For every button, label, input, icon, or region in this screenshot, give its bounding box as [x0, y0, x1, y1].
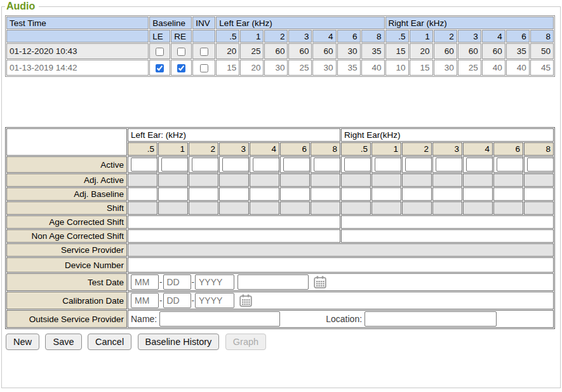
readonly-cell [341, 201, 371, 215]
readonly-cell [189, 173, 218, 187]
calendar-icon[interactable] [314, 276, 326, 288]
calibration-date-yyyy-input[interactable] [195, 293, 234, 308]
calendar-icon[interactable] [239, 294, 252, 307]
freq-header: 2 [402, 142, 432, 156]
graph-button: Graph [225, 334, 266, 350]
entry-ear-header-row: Left Ear: (kHz) Right Ear(kHz) [6, 128, 554, 142]
outside-provider-location-input[interactable] [365, 311, 497, 327]
test-date-label: Test Date [6, 273, 127, 291]
inv-checkbox[interactable] [200, 64, 208, 72]
active-input[interactable] [283, 158, 310, 172]
outside-provider-name-input[interactable] [159, 311, 280, 327]
readonly-cell [432, 201, 462, 215]
device-number-label: Device Number [6, 257, 127, 273]
freq-header: 3 [219, 142, 249, 156]
history-header-row: Test Time Baseline INV Left Ear (kHz) Ri… [6, 17, 554, 29]
baseline-re-checkbox[interactable] [177, 64, 185, 72]
right-ear-value: 35 [506, 43, 530, 59]
left-ear-value: 25 [240, 43, 264, 59]
readonly-cell [158, 173, 188, 187]
adj-active-row: Adj. Active [6, 173, 554, 187]
empty-cell [402, 187, 432, 201]
non-age-corrected-shift-label: Non Age Corrected Shift [6, 229, 127, 243]
left-ear-value: 20 [216, 43, 239, 59]
name-label: Name: [131, 314, 157, 324]
inv-checkbox[interactable] [200, 48, 208, 56]
readonly-cell [524, 201, 554, 215]
active-input[interactable] [375, 158, 401, 172]
baseline-le-checkbox[interactable] [156, 64, 164, 72]
active-input[interactable] [314, 158, 340, 172]
active-input[interactable] [344, 158, 371, 172]
left-ear-value: 30 [337, 43, 361, 59]
test-date-row: Test Date -- [6, 273, 554, 291]
outside-service-provider-label: Outside Service Provider [6, 310, 127, 328]
right-ear-value: 15 [410, 60, 433, 76]
right-ear-value: 30 [434, 60, 457, 76]
history-subheader-row: LE RE .5 1 2 3 4 6 8 .5 1 2 3 4 6 8 [6, 30, 554, 43]
age-corrected-shift-row: Age Corrected Shift [6, 215, 554, 229]
outside-service-provider-row: Outside Service Provider Name:Location: [6, 310, 554, 328]
readonly-cell [280, 173, 310, 187]
freq-header: .5 [128, 142, 157, 156]
active-input[interactable] [253, 158, 279, 172]
freq-header: 3 [288, 30, 312, 43]
empty-cell [128, 187, 157, 201]
test-date-yyyy-input[interactable] [195, 274, 234, 290]
freq-header: 4 [312, 30, 336, 43]
non-age-corrected-shift-row: Non Age Corrected Shift [6, 229, 554, 243]
cancel-button[interactable]: Cancel [88, 334, 131, 350]
left-ear-value: 30 [264, 60, 288, 76]
test-time-value: 01-13-2019 14:42 [6, 60, 149, 76]
right-ear-value: 60 [458, 43, 481, 59]
age-corrected-left-cell [128, 215, 340, 229]
calibration-date-mm-input[interactable] [131, 293, 159, 308]
table-row: 01-13-2019 14:42 15 20 30 25 30 35 40 10… [6, 60, 554, 76]
active-input[interactable] [192, 158, 218, 172]
readonly-cell [250, 201, 279, 215]
le-header: LE [149, 30, 170, 43]
baseline-le-checkbox[interactable] [156, 48, 164, 56]
readonly-cell [189, 201, 218, 215]
active-input[interactable] [466, 158, 493, 172]
readonly-cell [280, 201, 310, 215]
baseline-history-button[interactable]: Baseline History [138, 334, 220, 350]
adj-baseline-row: Adj. Baseline [6, 187, 554, 201]
age-corrected-right-cell [341, 215, 554, 229]
save-button[interactable]: Save [45, 334, 81, 350]
test-date-dd-input[interactable] [163, 274, 191, 290]
empty-cell [189, 187, 218, 201]
test-time-value: 01-12-2020 10:43 [6, 43, 149, 59]
adj-active-label: Adj. Active [6, 173, 127, 187]
empty-cell [219, 187, 249, 201]
baseline-re-checkbox[interactable] [177, 48, 185, 56]
test-date-aux-input[interactable] [238, 274, 309, 290]
service-provider-row: Service Provider [6, 243, 554, 257]
active-input[interactable] [131, 158, 157, 172]
active-input[interactable] [222, 158, 249, 172]
active-label: Active [6, 156, 127, 173]
readonly-cell [128, 201, 157, 215]
readonly-cell [371, 173, 401, 187]
audio-section: Audio Test Time Baseline INV Left Ear (k… [1, 1, 561, 388]
test-date-mm-input[interactable] [131, 274, 159, 290]
new-button[interactable]: New [6, 334, 39, 350]
shift-row: Shift [6, 201, 554, 215]
left-ear-header: Left Ear (kHz) [216, 17, 384, 29]
section-title: Audio [5, 1, 39, 12]
entry-right-ear-header: Right Ear(kHz) [341, 128, 554, 142]
active-input[interactable] [405, 158, 432, 172]
empty-header-cell [6, 30, 149, 43]
service-provider-label: Service Provider [6, 243, 127, 257]
active-input[interactable] [527, 158, 554, 172]
active-input[interactable] [497, 158, 523, 172]
right-ear-header: Right Ear (kHz) [385, 17, 554, 29]
active-input[interactable] [436, 158, 462, 172]
inv-header: INV [192, 17, 215, 29]
empty-cell [280, 187, 310, 201]
calibration-date-dd-input[interactable] [163, 293, 191, 308]
left-ear-value: 40 [361, 60, 385, 76]
active-input[interactable] [161, 158, 188, 172]
readonly-cell [524, 173, 554, 187]
empty-cell [341, 187, 371, 201]
